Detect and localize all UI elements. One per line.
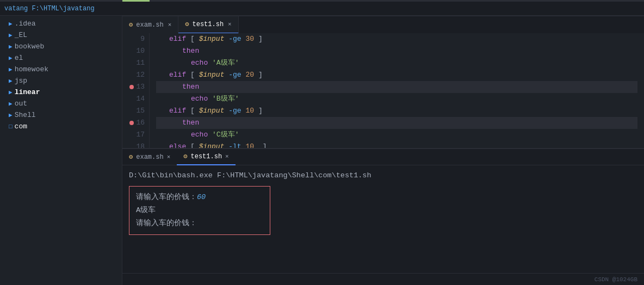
path-bar: vatang F:\HTML\javatang [0, 2, 644, 16]
sidebar-item-linear[interactable]: ▶ linear [0, 86, 122, 98]
sidebar: ▶ .idea ▶ _EL ▶ bookweb ▶ el ▶ homewoek … [0, 16, 122, 285]
terminal-cmd-line: D:\Git\bin\bash.exe F:\HTML\javatang\She… [129, 170, 637, 182]
kw-then-16: then [182, 117, 199, 129]
kw-elif-12: elif [169, 69, 186, 81]
folder-icon: ▶ [9, 54, 13, 61]
var-input-12: $input [199, 69, 225, 81]
var-input-9: $input [199, 33, 225, 45]
num-30-9: 30 [245, 33, 254, 45]
ln-16: 16 [127, 117, 145, 129]
folder-icon: ▶ [9, 20, 13, 27]
kw-then-10: then [182, 45, 199, 57]
code-line-11: echo 'A级车' [156, 57, 637, 69]
ln-18: 18 [127, 141, 145, 148]
terminal-output-box: 请输入车的价钱：60 A级车 请输入车的价钱： [129, 186, 270, 236]
code-line-18: else [ $input -lt 10 ] [156, 141, 637, 148]
code-line-13: then [156, 81, 637, 93]
terminal-tab-icon: ⚙ [129, 153, 133, 161]
terminal-tab-close-exam[interactable]: × [167, 154, 171, 160]
code-line-16: then [156, 117, 637, 129]
sidebar-item-homewoek[interactable]: ▶ homewoek [0, 64, 122, 75]
file-icon: ⚙ [185, 20, 189, 28]
tab-exam-sh[interactable]: ⚙ exam.sh × [122, 16, 178, 34]
tab-close-test1[interactable]: × [228, 21, 232, 28]
kw-elif-15: elif [169, 105, 186, 117]
folder-icon: ▶ [9, 66, 13, 73]
sidebar-item-el[interactable]: ▶ _EL [0, 29, 122, 41]
line-numbers: 9 10 11 12 13 14 15 16 17 18 19 20 [122, 33, 150, 148]
sidebar-item-jsp[interactable]: ▶ jsp [0, 75, 122, 86]
tab-close-exam[interactable]: × [168, 22, 172, 28]
status-bar: CSDN @1024GB [122, 273, 644, 285]
tab-test1-sh[interactable]: ⚙ test1.sh × [178, 16, 238, 34]
code-line-14: echo 'B级车' [156, 93, 637, 105]
num-10-18: 10 [245, 141, 254, 148]
folder-icon: ▶ [9, 100, 13, 107]
op-ge-15: -ge [228, 105, 241, 117]
ln-17: 17 [127, 129, 145, 141]
ln-12: 12 [127, 69, 145, 81]
file-icon: ⚙ [129, 21, 133, 29]
ln-10: 10 [127, 45, 145, 57]
project-path: vatang F:\HTML\javatang [4, 5, 95, 13]
sidebar-item-el2[interactable]: ▶ el [0, 52, 122, 64]
main-area: ▶ .idea ▶ _EL ▶ bookweb ▶ el ▶ homewoek … [0, 16, 644, 285]
ln-9: 9 [127, 33, 145, 45]
folder-icon-open: □ [9, 123, 13, 130]
ln-11: 11 [127, 57, 145, 69]
accent-top-bar [0, 0, 644, 2]
terminal-tab-exam[interactable]: ⚙ exam.sh × [122, 149, 177, 165]
folder-icon: ▶ [9, 43, 13, 50]
sidebar-item-shell[interactable]: ▶ Shell [0, 109, 122, 121]
sidebar-item-idea[interactable]: ▶ .idea [0, 18, 122, 29]
terminal-output-line-2: A级车 [136, 204, 263, 217]
sidebar-item-bookweb[interactable]: ▶ bookweb [0, 41, 122, 52]
terminal-area: ⚙ exam.sh × ⚙ test1.sh × D:\Git\bin\bash… [122, 148, 644, 273]
str-c-17: 'C级车' [212, 129, 239, 141]
kw-then-13: then [182, 81, 199, 93]
folder-icon: ▶ [9, 111, 13, 119]
num-20-12: 20 [245, 69, 254, 81]
str-a-11: 'A级车' [212, 57, 239, 69]
terminal-tab-icon2: ⚙ [183, 152, 187, 160]
editor-area: ⚙ exam.sh × ⚙ test1.sh × 9 10 11 12 13 1… [122, 16, 644, 285]
str-b-14: 'B级车' [212, 93, 239, 105]
op-ge-12: -ge [228, 69, 241, 81]
tab-bar: ⚙ exam.sh × ⚙ test1.sh × [122, 16, 644, 33]
terminal-tab-bar: ⚙ exam.sh × ⚙ test1.sh × [122, 149, 644, 165]
code-content: elif [ $input -ge 30 ] then [150, 33, 644, 148]
op-lt-18: -lt [228, 141, 241, 148]
ln-13: 13 [127, 81, 145, 93]
kw-echo-14: echo [191, 93, 208, 105]
sidebar-item-com[interactable]: □ com [0, 121, 122, 132]
sidebar-item-out[interactable]: ▶ out [0, 98, 122, 109]
code-line-12: elif [ $input -ge 20 ] [156, 69, 637, 81]
kw-echo-17: echo [191, 129, 208, 141]
status-text: CSDN @1024GB [595, 276, 637, 283]
num-10-15: 10 [245, 105, 254, 117]
ln-14: 14 [127, 93, 145, 105]
code-lines-container: 9 10 11 12 13 14 15 16 17 18 19 20 [122, 33, 644, 148]
terminal-tab-test1[interactable]: ⚙ test1.sh × [177, 149, 235, 165]
var-input-18: $input [199, 141, 225, 148]
code-line-9: elif [ $input -ge 30 ] [156, 33, 637, 45]
terminal-content: D:\Git\bin\bash.exe F:\HTML\javatang\She… [122, 165, 644, 273]
code-line-17: echo 'C级车' [156, 129, 637, 141]
folder-icon: ▶ [9, 89, 13, 96]
folder-icon: ▶ [9, 32, 13, 39]
code-editor: 9 10 11 12 13 14 15 16 17 18 19 20 [122, 33, 644, 148]
kw-else-18: else [169, 141, 186, 148]
code-line-10: then [156, 45, 637, 57]
ln-15: 15 [127, 105, 145, 117]
code-line-15: elif [ $input -ge 10 ] [156, 105, 637, 117]
terminal-output-line-1: 请输入车的价钱：60 [136, 191, 263, 204]
kw-echo-11: echo [191, 57, 208, 69]
op-ge-9: -ge [228, 33, 241, 45]
kw-elif-9: elif [169, 33, 186, 45]
terminal-tab-close-test1[interactable]: × [225, 153, 229, 160]
folder-icon: ▶ [9, 77, 13, 84]
var-input-15: $input [199, 105, 225, 117]
terminal-output-line-3: 请输入车的价钱： [136, 217, 263, 230]
